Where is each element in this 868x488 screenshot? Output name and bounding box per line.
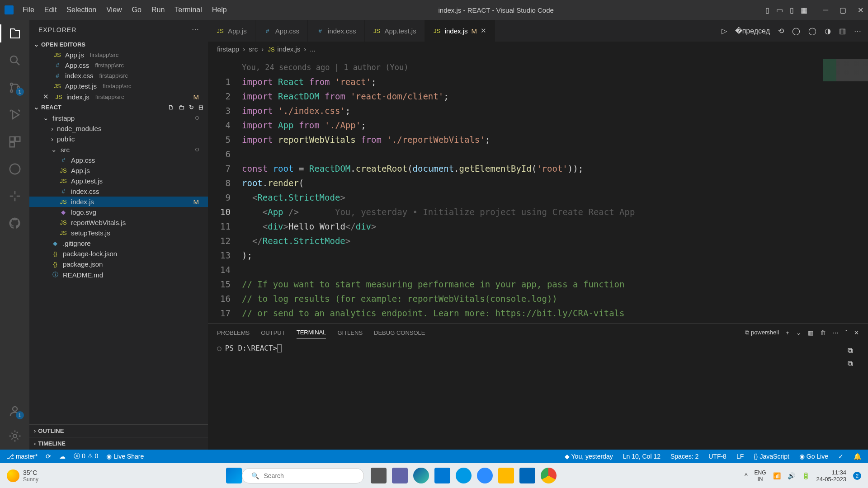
menu-view[interactable]: View [106,6,122,14]
file-item[interactable]: ◆.gitignore [29,238,208,249]
menu-terminal[interactable]: Terminal [175,6,202,14]
terminal-prompt[interactable]: ○ PS D:\REACT> [217,344,841,352]
prettier-icon[interactable]: ✓ [838,453,844,460]
notification-badge[interactable]: 2 [853,472,861,480]
language-mode[interactable]: {} JavaScript [754,453,789,460]
open-editor-item[interactable]: JSApp.test.jsfirstapp\src [29,81,208,91]
breadcrumb[interactable]: firstapp›src›JS index.js›... [208,42,868,56]
start-button[interactable] [226,468,242,483]
encoding[interactable]: UTF-8 [708,453,726,460]
github-icon[interactable] [8,216,22,230]
cursor-position[interactable]: Ln 10, Col 12 [623,453,660,460]
tray-chevron-icon[interactable]: ^ [745,472,748,479]
minimize-icon[interactable]: ─ [823,6,828,14]
menu-run[interactable]: Run [151,6,165,14]
cloud-icon[interactable]: ☁ [59,453,66,460]
errors-warnings[interactable]: ⓧ 0 ⚠ 0 [74,452,98,460]
open-editor-item[interactable]: ✕JSindex.jsfirstapp\srcM [29,91,208,102]
eol[interactable]: LF [736,453,744,460]
split-editor-icon[interactable]: ▥ [839,27,846,35]
sidebar-more-icon[interactable]: ⋯ [192,25,199,34]
open-editor-item[interactable]: JSApp.jsfirstapp\src [29,50,208,60]
editor-tab[interactable]: #index.css [308,20,365,42]
panel-tab-gitlens[interactable]: GITLENS [337,327,363,338]
file-item[interactable]: ⓘREADME.md [29,269,208,280]
terminal-more-icon[interactable]: ⋯ [833,329,839,336]
menu-go[interactable]: Go [132,6,142,14]
editor-tab[interactable]: JSApp.test.js [365,20,425,42]
close-icon[interactable]: ✕ [858,6,863,14]
panel-tab-problems[interactable]: PROBLEMS [217,327,250,338]
timeline-header[interactable]: › TIMELINE [29,437,208,450]
mail-icon[interactable] [434,468,450,483]
notifications-icon[interactable]: 🔔 [854,453,861,460]
gitlens-icon[interactable] [8,189,22,203]
minimap[interactable] [823,59,868,81]
file-item[interactable]: JSApp.test.js [29,176,208,186]
layout-customize-icon[interactable]: ▦ [801,6,807,14]
maximize-icon[interactable]: ▢ [840,6,846,14]
panel-tab-terminal[interactable]: TERMINAL [297,327,326,338]
extensions-icon[interactable] [8,135,22,149]
file-item[interactable]: ◆logo.svg [29,207,208,217]
layout-sidebar-left-icon[interactable]: ▯ [765,6,769,14]
teams-icon[interactable] [392,468,408,483]
search-icon[interactable] [8,54,22,67]
open-editor-item[interactable]: #App.cssfirstapp\src [29,60,208,70]
nav-forward-icon[interactable]: ◯ [808,27,816,35]
menu-selection[interactable]: Selection [66,6,96,14]
close-panel-icon[interactable]: ✕ [854,329,859,336]
remote-icon[interactable] [8,162,22,176]
editor-tab[interactable]: JSindex.js M ✕ [425,20,495,42]
git-compare-icon[interactable]: ⟲ [778,27,784,35]
outline-header[interactable]: › OUTLINE [29,424,208,437]
folder-public[interactable]: › public [29,134,208,144]
menu-file[interactable]: File [23,6,34,14]
layout-panel-icon[interactable]: ▭ [776,6,783,14]
file-item[interactable]: {}package-lock.json [29,249,208,259]
split-terminal-icon[interactable]: ▥ [808,329,813,336]
panel-tab-output[interactable]: OUTPUT [261,327,285,338]
layout-sidebar-right-icon[interactable]: ▯ [790,6,794,14]
wifi-icon[interactable]: 📶 [773,472,781,479]
file-item[interactable]: {}package.json [29,259,208,269]
task-view-icon[interactable] [371,468,387,483]
folder-node-modules[interactable]: › node_modules [29,123,208,134]
file-item[interactable]: JSApp.js [29,165,208,176]
explorer-icon[interactable] [8,27,22,40]
taskbar-search[interactable]: 🔍 Search [242,468,364,483]
new-file-icon[interactable]: 🗋 [168,104,174,111]
terminal-instance-icon[interactable]: ⧉ [848,346,853,355]
file-item[interactable]: JSindex.jsM [29,197,208,207]
app-icon[interactable] [456,468,472,483]
tab-sync-icon[interactable]: ◑ [825,27,831,35]
indentation[interactable]: Spaces: 2 [670,453,698,460]
file-item[interactable]: JSsetupTests.js [29,228,208,238]
open-editors-header[interactable]: ⌄ OPEN EDITORS [29,39,208,50]
open-editor-item[interactable]: #index.cssfirstapp\src [29,70,208,81]
terminal-instance-icon[interactable]: ⧉ [848,359,853,368]
weather-widget[interactable]: 35°C Sunny [7,469,38,483]
chrome-icon[interactable] [541,468,557,483]
vscode-taskbar-icon[interactable] [519,468,535,483]
run-icon[interactable]: ▷ [722,27,727,35]
file-explorer-icon[interactable] [498,468,514,483]
clock[interactable]: 11:34 24-05-2023 [816,469,847,483]
nav-back-icon[interactable]: ◯ [792,27,800,35]
folder-src[interactable]: ⌄ src [29,144,208,155]
debug-icon[interactable]: �председ [735,27,770,35]
edge-icon[interactable] [413,468,429,483]
settings-gear-icon[interactable] [8,429,22,443]
battery-icon[interactable]: 🔋 [802,472,810,479]
volume-icon[interactable]: 🔊 [788,472,795,479]
more-actions-icon[interactable]: ⋯ [854,27,861,35]
maximize-panel-icon[interactable]: ˆ [845,329,847,336]
menu-help[interactable]: Help [212,6,227,14]
source-control-icon[interactable]: 1 [8,81,22,94]
kill-terminal-icon[interactable]: 🗑 [820,329,826,336]
new-terminal-icon[interactable]: + [786,329,789,336]
panel-tab-debug console[interactable]: DEBUG CONSOLE [374,327,425,338]
file-item[interactable]: JSreportWebVitals.js [29,217,208,228]
file-item[interactable]: #App.css [29,155,208,165]
branch-indicator[interactable]: ⎇ master* [7,453,38,460]
